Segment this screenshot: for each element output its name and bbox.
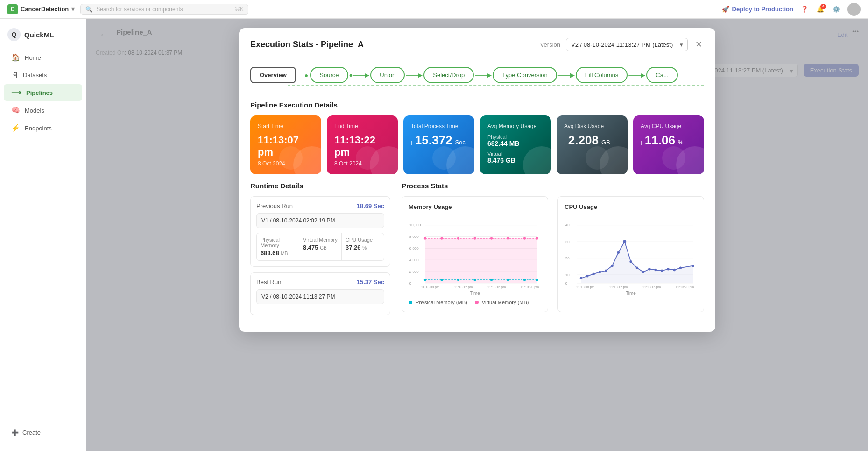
disk-card: Avg Disk Usage | 2.208 GB <box>557 115 628 174</box>
arrow-icon-5: ——▶ <box>557 72 576 79</box>
cpu-label: Avg CPU Usage <box>641 123 697 129</box>
svg-point-59 <box>648 268 650 270</box>
svg-point-26 <box>457 279 459 281</box>
best-run-card: Best Run 15.37 Sec V2 / 08-10-2024 11:13… <box>250 272 390 315</box>
svg-point-29 <box>507 279 509 281</box>
pipeline-node-overview[interactable]: Overview <box>250 67 296 83</box>
modal-overlay: Execution Stats - Pipeline_A Version V2 … <box>86 19 868 451</box>
process-time-card: Total Process Time | 15.372 Sec <box>403 115 474 174</box>
brand-icon: C <box>7 4 18 14</box>
bottom-section: Runtime Details Previous Run 18.69 Sec V… <box>239 182 715 332</box>
plus-icon: ➕ <box>11 429 19 436</box>
sidebar-item-label: Home <box>25 54 41 61</box>
svg-point-28 <box>490 279 493 281</box>
search-shortcut: ⌘K <box>235 6 243 12</box>
execution-stats-modal: Execution Stats - Pipeline_A Version V2 … <box>239 28 715 332</box>
arrow-icon-4: ——▶ <box>474 72 493 79</box>
notification-badge: 4 <box>820 4 826 9</box>
svg-point-52 <box>605 270 607 272</box>
process-time-label: Total Process Time <box>411 123 467 129</box>
svg-point-65 <box>692 265 694 267</box>
cpu-chart-svg: 40 30 20 10 0 CPU Usage % <box>565 216 697 291</box>
memory-chart-area: 10,000 8,000 6,000 4,000 2,000 0 Memory … <box>409 216 541 291</box>
main-content: ← Pipeline_A Edit ••• Created On: 08-10-… <box>86 19 868 451</box>
settings-icon[interactable]: ⚙️ <box>832 5 841 14</box>
svg-point-64 <box>679 266 682 269</box>
quickml-logo-icon: Q <box>7 28 21 41</box>
svg-text:2,000: 2,000 <box>409 270 419 274</box>
search-bar[interactable]: 🔍 Search for services or components ⌘K <box>80 4 248 15</box>
create-label: Create <box>22 429 41 436</box>
arrow-icon-3: ——▶ <box>405 72 423 79</box>
modal-header-right: Version V2 / 08-10-2024 11:13:27 PM (Lat… <box>540 37 704 51</box>
svg-point-58 <box>642 271 644 273</box>
memory-chart-container: Memory Usage 10,000 8,000 6,000 4,000 2,… <box>402 196 548 312</box>
svg-text:4,000: 4,000 <box>409 258 419 262</box>
sidebar-item-label: Pipelines <box>26 89 53 96</box>
svg-point-51 <box>599 271 601 273</box>
sidebar-item-datasets[interactable]: 🗄 Datasets <box>4 67 82 83</box>
memory-chart-legend: Physical Memory (MB) Virtual Memory (MB) <box>409 300 541 305</box>
create-button[interactable]: ➕ Create <box>6 425 80 440</box>
svg-point-31 <box>536 279 538 281</box>
modal-header: Execution Stats - Pipeline_A Version V2 … <box>239 28 715 59</box>
svg-point-60 <box>655 269 657 271</box>
svg-text:8,000: 8,000 <box>409 235 419 239</box>
cpu-chart-area: 40 30 20 10 0 CPU Usage % <box>565 216 697 291</box>
metric-physical-label: Physical Memory <box>261 237 295 248</box>
pipeline-node-selectdrop[interactable]: Select/Drop <box>423 67 474 83</box>
pipeline-nodes-row: Overview —● Source ●——▶ Union ——▶ Select… <box>250 67 704 83</box>
pipeline-node-fillcols[interactable]: Fill Columns <box>576 67 628 83</box>
home-icon: 🏠 <box>11 53 20 62</box>
models-icon: 🧠 <box>11 106 20 115</box>
pipeline-node-ca[interactable]: Ca... <box>646 67 677 83</box>
memory-x-label: Time <box>409 291 541 296</box>
version-selector[interactable]: V2 / 08-10-2024 11:13:27 PM (Latest) <box>566 38 688 51</box>
memory-chart-svg: 10,000 8,000 6,000 4,000 2,000 0 Memory … <box>409 216 541 291</box>
pipeline-node-typeconv[interactable]: Type Conversion <box>493 67 557 83</box>
cpu-chart-container: CPU Usage 40 30 20 10 0 <box>557 196 704 312</box>
svg-text:0: 0 <box>409 281 412 286</box>
svg-text:0: 0 <box>565 281 568 286</box>
disk-bar-icon: | <box>564 140 565 145</box>
svg-text:6,000: 6,000 <box>409 246 419 251</box>
sidebar-item-home[interactable]: 🏠 Home <box>4 49 82 66</box>
deploy-button[interactable]: 🚀 Deploy to Production <box>722 6 793 13</box>
cpu-value-row: | 11.06 % <box>641 134 697 146</box>
search-placeholder: Search for services or components <box>96 6 183 13</box>
process-charts-row: Memory Usage 10,000 8,000 6,000 4,000 2,… <box>402 196 704 312</box>
sidebar-item-models[interactable]: 🧠 Models <box>4 102 82 119</box>
pipeline-node-source[interactable]: Source <box>310 67 348 83</box>
pipeline-node-union[interactable]: Union <box>370 67 405 83</box>
brand-chevron-icon[interactable]: ▾ <box>71 6 75 13</box>
metric-cpu-value-row: 37.26 % <box>346 244 380 251</box>
sidebar-item-pipelines[interactable]: ⟶ Pipelines <box>4 84 82 101</box>
memory-chart-title: Memory Usage <box>409 203 541 210</box>
close-modal-button[interactable]: ✕ <box>693 37 704 51</box>
disk-label: Avg Disk Usage <box>564 123 620 129</box>
svg-text:11:13:20 pm: 11:13:20 pm <box>676 286 694 289</box>
runtime-title: Runtime Details <box>250 182 390 190</box>
card-decor-7 <box>523 146 551 174</box>
memory-physical-label: Physical <box>487 134 543 140</box>
svg-point-15 <box>424 237 426 239</box>
best-run-header: Best Run 15.37 Sec <box>256 279 384 286</box>
svg-text:11:13:08 pm: 11:13:08 pm <box>421 286 440 289</box>
memory-physical-value: 682.44 MB <box>487 140 543 147</box>
user-avatar[interactable] <box>847 3 861 16</box>
svg-text:11:13:20 pm: 11:13:20 pm <box>521 286 539 289</box>
metric-virtual-label: Virtual Memory <box>303 237 338 243</box>
feedback-dashed-line <box>288 85 704 86</box>
previous-run-metrics: Physical Memory 683.68 MB Virtual Memory <box>256 233 384 261</box>
help-icon[interactable]: ❓ <box>800 5 809 14</box>
metric-virtual-unit: GB <box>320 245 326 251</box>
svg-point-18 <box>473 237 476 239</box>
sidebar-item-label: Endpoints <box>25 125 52 132</box>
notifications-icon[interactable]: 🔔 4 <box>816 5 825 14</box>
svg-point-53 <box>611 265 613 267</box>
svg-point-30 <box>523 279 526 281</box>
sidebar-item-endpoints[interactable]: ⚡ Endpoints <box>4 120 82 136</box>
disk-value-row: | 2.208 GB <box>564 134 620 146</box>
best-run-time: 15.37 Sec <box>357 279 384 286</box>
version-select-input[interactable]: V2 / 08-10-2024 11:13:27 PM (Latest) <box>566 38 688 51</box>
